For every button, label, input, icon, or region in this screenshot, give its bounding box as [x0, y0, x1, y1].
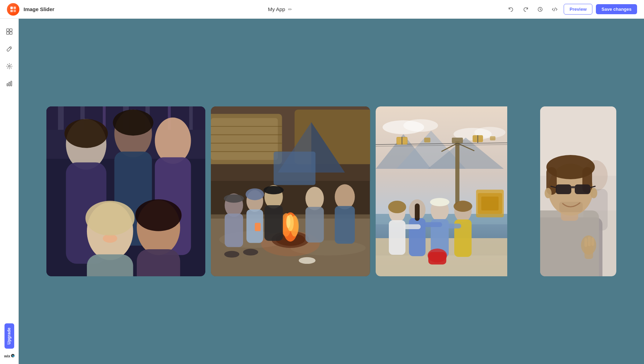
svg-point-93	[403, 119, 438, 132]
svg-rect-130	[446, 224, 461, 228]
svg-line-5	[554, 8, 555, 11]
svg-rect-149	[571, 186, 575, 188]
svg-rect-53	[211, 118, 278, 160]
svg-rect-82	[265, 205, 283, 241]
svg-point-124	[430, 198, 449, 206]
slide-2[interactable]	[211, 106, 370, 276]
edit-app-name-icon[interactable]: ✏	[288, 7, 292, 12]
svg-point-85	[335, 184, 355, 209]
sidebar-item-settings[interactable]	[2, 59, 17, 73]
svg-rect-119	[389, 220, 405, 255]
preview-button[interactable]: Preview	[564, 4, 592, 15]
svg-rect-76	[225, 214, 243, 247]
svg-point-43	[135, 199, 182, 231]
image-slider	[19, 19, 644, 364]
widget-title: Image Slider	[24, 6, 54, 12]
svg-rect-38	[137, 249, 180, 276]
wix-logo: wix 🐦	[3, 352, 16, 360]
svg-point-87	[224, 251, 240, 258]
svg-rect-121	[409, 218, 426, 256]
svg-point-40	[64, 119, 108, 148]
svg-rect-86	[335, 206, 355, 244]
svg-point-41	[113, 110, 153, 136]
svg-point-10	[8, 66, 10, 67]
code-button[interactable]	[549, 4, 560, 15]
slide-1[interactable]	[46, 106, 205, 276]
svg-point-78	[246, 189, 264, 200]
svg-rect-1	[14, 7, 16, 9]
svg-point-72	[286, 216, 290, 228]
svg-rect-2	[10, 10, 13, 12]
svg-point-33	[155, 118, 191, 164]
svg-rect-36	[87, 254, 133, 276]
slide-3[interactable]	[376, 106, 535, 276]
svg-text:🐦: 🐦	[12, 354, 15, 358]
svg-rect-90	[255, 223, 261, 231]
svg-rect-132	[428, 252, 446, 265]
svg-rect-110	[424, 138, 430, 142]
sidebar-bottom: Upgrade wix 🐦	[3, 323, 16, 360]
undo-button[interactable]	[506, 4, 517, 15]
svg-point-83	[306, 187, 324, 210]
svg-rect-11	[7, 84, 8, 86]
sidebar-item-widgets[interactable]	[2, 24, 17, 39]
svg-rect-13	[11, 81, 12, 86]
svg-rect-158	[588, 236, 591, 246]
svg-point-42	[86, 201, 135, 235]
svg-point-88	[243, 249, 258, 255]
app-logo	[7, 3, 19, 16]
svg-rect-7	[10, 29, 12, 31]
header-center: My App ✏	[268, 6, 292, 12]
svg-rect-8	[7, 32, 9, 34]
svg-rect-6	[7, 29, 9, 31]
svg-rect-84	[306, 207, 324, 243]
svg-rect-159	[591, 237, 594, 246]
upgrade-button[interactable]: Upgrade	[5, 323, 14, 349]
svg-rect-61	[274, 151, 316, 185]
slide-4[interactable]	[540, 106, 616, 276]
svg-rect-0	[10, 7, 13, 9]
app-header: Image Slider My App ✏	[0, 0, 644, 19]
svg-rect-148	[575, 184, 590, 194]
svg-point-81	[264, 186, 284, 194]
svg-rect-99	[455, 141, 459, 210]
svg-rect-100	[452, 138, 463, 143]
svg-rect-12	[9, 82, 10, 86]
sidebar-item-analytics[interactable]	[2, 76, 17, 91]
history-button[interactable]	[535, 4, 546, 15]
svg-point-153	[545, 188, 552, 198]
svg-rect-152	[559, 202, 583, 212]
svg-rect-129	[424, 222, 442, 227]
svg-text:wix: wix	[4, 354, 11, 358]
sidebar-item-tools[interactable]	[2, 42, 17, 56]
main-canvas	[19, 19, 644, 364]
svg-rect-116	[481, 197, 499, 210]
svg-point-154	[590, 188, 597, 198]
svg-rect-147	[556, 184, 571, 194]
sidebar: Upgrade wix 🐦	[0, 19, 19, 364]
header-left: Image Slider	[7, 3, 54, 16]
svg-rect-122	[415, 203, 420, 221]
header-right: Preview Save changes	[506, 4, 637, 15]
save-button[interactable]: Save changes	[596, 4, 637, 14]
svg-point-89	[299, 257, 315, 264]
svg-rect-111	[490, 136, 495, 140]
svg-point-133	[388, 201, 406, 213]
svg-rect-3	[14, 10, 16, 12]
svg-point-75	[224, 194, 244, 202]
svg-rect-128	[403, 224, 421, 229]
svg-rect-157	[584, 238, 587, 247]
svg-point-134	[454, 201, 472, 212]
redo-button[interactable]	[520, 4, 531, 15]
svg-rect-9	[10, 32, 12, 34]
app-name-label: My App	[268, 6, 285, 12]
